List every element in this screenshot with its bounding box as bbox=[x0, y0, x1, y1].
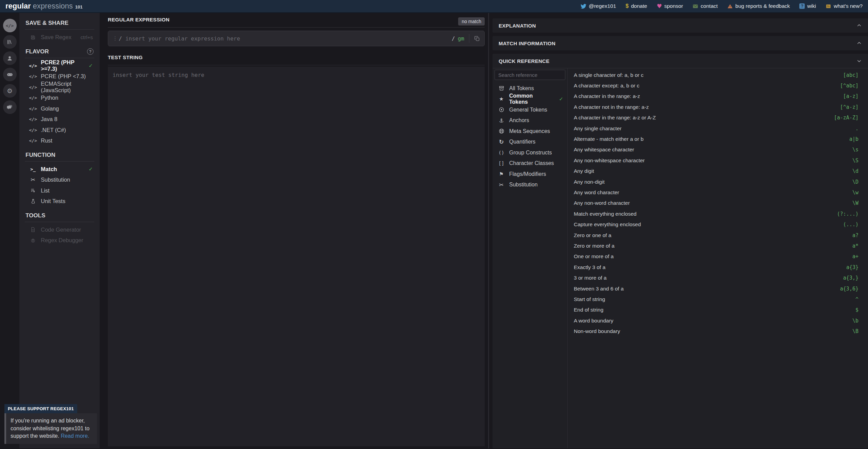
tool-option[interactable]: Code Generator bbox=[25, 224, 94, 235]
flag-icon: ⚑ bbox=[499, 171, 503, 177]
reference-entry[interactable]: Zero or one of a a? bbox=[574, 230, 858, 240]
flavor-help-icon[interactable]: ? bbox=[87, 48, 94, 55]
copy-regex-button[interactable] bbox=[474, 36, 480, 41]
rail-button[interactable] bbox=[3, 68, 17, 81]
reference-entry[interactable]: Start of string ^ bbox=[574, 294, 858, 304]
chevron-down-icon[interactable] bbox=[856, 58, 862, 64]
regex-flags[interactable]: gm bbox=[458, 35, 464, 42]
reference-entry[interactable]: Match everything enclosed (?:...) bbox=[574, 209, 858, 219]
reference-search-input[interactable] bbox=[495, 70, 565, 80]
function-option[interactable]: List ✓ bbox=[25, 185, 94, 196]
tool-icon bbox=[30, 227, 36, 232]
reference-entry[interactable]: Any word character \w bbox=[574, 187, 858, 198]
reference-entry[interactable]: A character except: a, b or c [^abc] bbox=[574, 80, 858, 91]
reference-entry[interactable]: Zero or more of a a* bbox=[574, 240, 858, 251]
drag-handle-icon: ⋮ bbox=[113, 35, 118, 41]
flavor-option[interactable]: </> PCRE (PHP <7.3) ✓ bbox=[25, 71, 94, 82]
reference-category[interactable]: () Group Constructs ✓ bbox=[495, 147, 565, 158]
reference-category[interactable]: All Tokens ✓ bbox=[495, 83, 565, 94]
reference-entry[interactable]: 3 or more of a a{3,} bbox=[574, 272, 858, 283]
reference-entry[interactable]: Any non-word character \W bbox=[574, 198, 858, 209]
function-option[interactable]: >_ Match ✓ bbox=[25, 164, 94, 175]
flavor-option[interactable]: </> PCRE2 (PHP >=7.3) ✓ bbox=[25, 61, 94, 71]
reference-category[interactable]: General Tokens ✓ bbox=[495, 104, 565, 115]
check-icon: ✓ bbox=[559, 96, 563, 102]
match-information-header[interactable]: MATCH INFORMATION bbox=[493, 36, 868, 50]
reference-entry-code: [a-z] bbox=[843, 93, 858, 99]
reference-entry[interactable]: A word boundary \b bbox=[574, 315, 858, 326]
flavor-list: </> PCRE2 (PHP >=7.3) ✓ </> PCRE (PHP <7… bbox=[25, 61, 94, 146]
panel-resize-gutter[interactable] bbox=[488, 13, 489, 448]
rail-button[interactable] bbox=[3, 51, 17, 65]
right-panels: EXPLANATION MATCH INFORMATION QUICK REFE… bbox=[493, 13, 868, 448]
chevron-up-icon[interactable] bbox=[856, 40, 862, 46]
flavor-option[interactable]: </> Rust ✓ bbox=[25, 135, 94, 146]
reference-entry-description: A character not in the range: a-z bbox=[574, 104, 649, 110]
reference-entry-code: \S bbox=[852, 157, 858, 164]
rail-button[interactable] bbox=[3, 100, 17, 114]
reference-entry[interactable]: Non-word boundary \B bbox=[574, 326, 858, 336]
dollar-icon: $ bbox=[625, 3, 629, 9]
reference-entry[interactable]: End of string $ bbox=[574, 305, 858, 315]
topbar-link-icon bbox=[727, 3, 733, 9]
reference-entry[interactable]: Any non-whitespace character \S bbox=[574, 155, 858, 166]
function-option[interactable]: Unit Tests ✓ bbox=[25, 196, 94, 207]
reference-entry[interactable]: A single character of: a, b or c [abc] bbox=[574, 70, 858, 80]
rail-button[interactable] bbox=[3, 35, 17, 49]
flavor-option[interactable]: </> ECMAScript (JavaScript) ✓ bbox=[25, 82, 94, 93]
read-more-link[interactable]: Read more. bbox=[61, 433, 89, 439]
reference-entry[interactable]: Any non-digit \D bbox=[574, 177, 858, 187]
save-regex-button[interactable]: Save Regex ctrl+s bbox=[25, 32, 94, 43]
regex-placeholder: insert your regular expression here bbox=[126, 35, 452, 42]
topbar-link-label: sponsor bbox=[664, 3, 683, 9]
reference-entry-description: Zero or one of a bbox=[574, 232, 611, 238]
rail-button[interactable]: </> bbox=[3, 19, 17, 32]
topbar-link[interactable]: what's new? bbox=[825, 3, 863, 9]
reference-entry-code: \b bbox=[852, 318, 858, 324]
reference-category[interactable]: ↻ Quantifiers ✓ bbox=[495, 137, 565, 148]
reference-entry-code: \d bbox=[852, 168, 858, 174]
tool-option[interactable]: Regex Debugger bbox=[25, 235, 94, 246]
reference-category[interactable]: Meta Sequences ✓ bbox=[495, 126, 565, 137]
quick-reference-header[interactable]: QUICK REFERENCE bbox=[493, 54, 868, 68]
flavor-option[interactable]: </> Golang ✓ bbox=[25, 103, 94, 114]
reference-category[interactable]: ★ Common Tokens ✓ bbox=[495, 94, 565, 105]
rail-button-icon: </> bbox=[6, 23, 14, 28]
reference-entry[interactable]: Exactly 3 of a a{3} bbox=[574, 262, 858, 272]
topbar-link[interactable]: @regex101 bbox=[581, 3, 616, 9]
reference-category[interactable]: ⚑ Flags/Modifiers ✓ bbox=[495, 169, 565, 180]
flavor-option[interactable]: </> Python ✓ bbox=[25, 93, 94, 103]
envelope-icon bbox=[692, 3, 698, 9]
reference-entry[interactable]: Between 3 and 6 of a a{3,6} bbox=[574, 283, 858, 294]
reference-entry[interactable]: Any digit \d bbox=[574, 166, 858, 177]
reference-category[interactable]: ⚓ Anchors ✓ bbox=[495, 115, 565, 126]
reference-entry[interactable]: A character in the range: a-z or A-Z [a-… bbox=[574, 113, 858, 123]
topbar-link[interactable]: $ donate bbox=[625, 3, 647, 9]
topbar-link[interactable]: ? wiki bbox=[799, 3, 816, 9]
reference-category[interactable]: [] Character Classes ✓ bbox=[495, 158, 565, 169]
flavor-option[interactable]: </> .NET (C#) ✓ bbox=[25, 125, 94, 136]
reference-entry-description: End of string bbox=[574, 307, 603, 313]
reference-entry[interactable]: One or more of a a+ bbox=[574, 251, 858, 262]
reference-entry[interactable]: Alternate - match either a or b a|b bbox=[574, 134, 858, 144]
reference-category[interactable]: ✂ Substitution ✓ bbox=[495, 180, 565, 190]
topbar-link[interactable]: ♥ sponsor bbox=[657, 3, 683, 10]
reference-entry[interactable]: Capture everything enclosed (...) bbox=[574, 219, 858, 230]
app-logo[interactable]: regular expressions 101 bbox=[5, 2, 83, 11]
regex-input[interactable]: ⋮ / insert your regular expression here … bbox=[108, 31, 485, 46]
reference-entry-description: Any digit bbox=[574, 168, 594, 174]
flavor-option[interactable]: </> Java 8 ✓ bbox=[25, 114, 94, 125]
explanation-header[interactable]: EXPLANATION bbox=[493, 18, 868, 33]
reference-entry[interactable]: A character in the range: a-z [a-z] bbox=[574, 91, 858, 102]
reference-entry[interactable]: Any single character . bbox=[574, 123, 858, 134]
function-option[interactable]: ✂ Substitution ✓ bbox=[25, 174, 94, 185]
tool-icon bbox=[30, 238, 36, 243]
reference-entry[interactable]: Any whitespace character \s bbox=[574, 145, 858, 155]
divider bbox=[469, 34, 469, 43]
topbar-link[interactable]: contact bbox=[692, 3, 718, 9]
reference-entry[interactable]: A character not in the range: a-z [^a-z] bbox=[574, 102, 858, 112]
topbar-link[interactable]: bug reports & feedback bbox=[727, 3, 790, 9]
chevron-up-icon[interactable] bbox=[856, 23, 862, 28]
test-string-input[interactable]: insert your test string here bbox=[108, 67, 485, 446]
rail-button[interactable]: ⚙ bbox=[3, 84, 17, 98]
